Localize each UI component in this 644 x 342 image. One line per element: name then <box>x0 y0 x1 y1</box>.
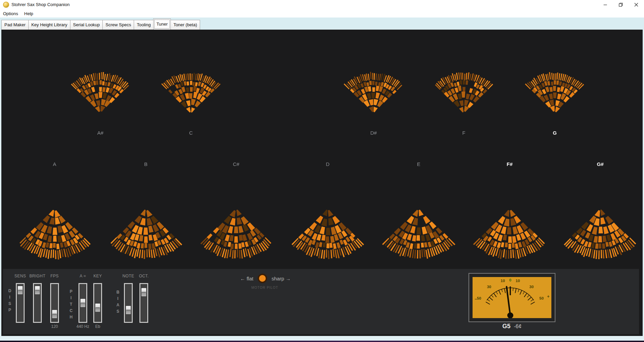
app-icon <box>3 2 9 8</box>
slider-thumb[interactable] <box>80 299 86 307</box>
detected-note: G5 <box>502 323 510 330</box>
tuner-panel: AA#BCC#DD#EFF#GG# D I S P P I T C H B I … <box>1 30 643 336</box>
slider-thumb[interactable] <box>126 306 131 314</box>
minimize-button[interactable] <box>598 0 613 9</box>
slider-track[interactable] <box>93 283 102 323</box>
svg-text:30: 30 <box>487 285 491 289</box>
slider-track[interactable] <box>124 283 133 323</box>
group-label-pitch: P I T C H <box>68 288 74 320</box>
note-label-gs: G# <box>597 161 604 167</box>
svg-text:30: 30 <box>529 285 534 289</box>
menu-help[interactable]: Help <box>21 9 36 18</box>
svg-text:+: + <box>547 294 550 299</box>
app-window: Stohrer Sax Shop Companion Options Help … <box>0 0 644 342</box>
slider-track[interactable] <box>78 283 87 323</box>
tuning-meter: 5030100103050−+ <box>469 273 555 322</box>
motor-pilot-caption: MOTOR PILOT <box>245 286 285 289</box>
slider-thumb[interactable] <box>35 286 40 295</box>
restore-button[interactable] <box>613 0 629 9</box>
tab-strip: Pad MakerKey Height LibrarySerial Lookup… <box>0 18 644 30</box>
slider-thumb[interactable] <box>18 286 23 295</box>
note-label-as: A# <box>97 130 103 136</box>
svg-text:50: 50 <box>477 296 481 300</box>
tab-toner-beta[interactable]: Toner (beta) <box>170 20 200 30</box>
note-label-e: E <box>417 161 420 167</box>
svg-text:−: − <box>475 297 477 302</box>
note-label-ds: D# <box>370 130 377 136</box>
svg-text:50: 50 <box>539 296 544 300</box>
note-label-cs: C# <box>233 161 239 167</box>
note-label-c: C <box>189 130 193 136</box>
flat-label: ← flat <box>240 276 253 281</box>
note-label-d: D <box>326 161 330 167</box>
window-title: Stohrer Sax Shop Companion <box>11 2 70 7</box>
svg-text:0: 0 <box>509 278 511 282</box>
slider-thumb[interactable] <box>52 310 57 318</box>
slider-track[interactable] <box>50 283 59 323</box>
tab-serial-lookup[interactable]: Serial Lookup <box>70 20 103 30</box>
sharp-label: sharp → <box>271 276 291 281</box>
slider-track[interactable] <box>16 283 25 323</box>
tab-tooling[interactable]: Tooling <box>134 20 154 30</box>
slider-thumb[interactable] <box>141 288 147 297</box>
note-label-f: F <box>462 130 465 136</box>
title-bar: Stohrer Sax Shop Companion <box>0 0 644 9</box>
slider-value: 120 <box>43 324 66 329</box>
tab-screw-specs[interactable]: Screw Specs <box>102 20 134 30</box>
motor-pilot-led <box>258 274 267 283</box>
tab-key-height-library[interactable]: Key Height Library <box>28 20 70 30</box>
strobe-fan-display <box>1 30 643 268</box>
slider-label: OCT. <box>130 274 157 278</box>
bottom-screen-strip <box>0 341 644 342</box>
tab-pad-maker[interactable]: Pad Maker <box>1 20 29 30</box>
caption-buttons <box>598 0 644 9</box>
note-bias-slider[interactable]: NOTE <box>124 269 133 335</box>
slider-label: KEY <box>84 274 111 278</box>
key-slider[interactable]: KEYEb <box>93 269 102 335</box>
svg-text:10: 10 <box>516 279 520 283</box>
note-label-fs: F# <box>507 161 513 167</box>
cents-offset: -6¢ <box>514 323 521 329</box>
svg-text:10: 10 <box>501 279 505 283</box>
octave-bias-slider[interactable]: OCT. <box>139 269 148 335</box>
slider-track[interactable] <box>139 283 148 323</box>
menu-options[interactable]: Options <box>0 9 21 18</box>
slider-value: Eb <box>86 324 109 329</box>
note-label-b: B <box>144 161 148 167</box>
group-label-disp: D I S P <box>7 288 12 313</box>
slider-track[interactable] <box>33 283 42 323</box>
fps-slider[interactable]: FPS120 <box>50 269 59 335</box>
close-button[interactable] <box>629 0 644 9</box>
meter-readout: G5-6¢ <box>469 323 555 330</box>
slider-thumb[interactable] <box>95 303 100 312</box>
note-label-g: G <box>553 130 557 136</box>
bright-slider[interactable]: BRIGHT <box>33 269 42 335</box>
menu-bar: Options Help <box>0 9 644 18</box>
sens-slider[interactable]: SENS <box>16 269 25 335</box>
meter-face: 5030100103050−+ <box>473 277 551 318</box>
group-label-bias: B I A S <box>115 289 121 315</box>
slider-label: FPS <box>41 274 68 278</box>
motor-pilot: ← flat sharp → <box>240 274 291 283</box>
control-panel: D I S P P I T C H B I A S SENS BRIGHT FP… <box>3 269 639 335</box>
tab-tuner[interactable]: Tuner <box>153 19 170 30</box>
note-label-a: A <box>53 161 56 167</box>
